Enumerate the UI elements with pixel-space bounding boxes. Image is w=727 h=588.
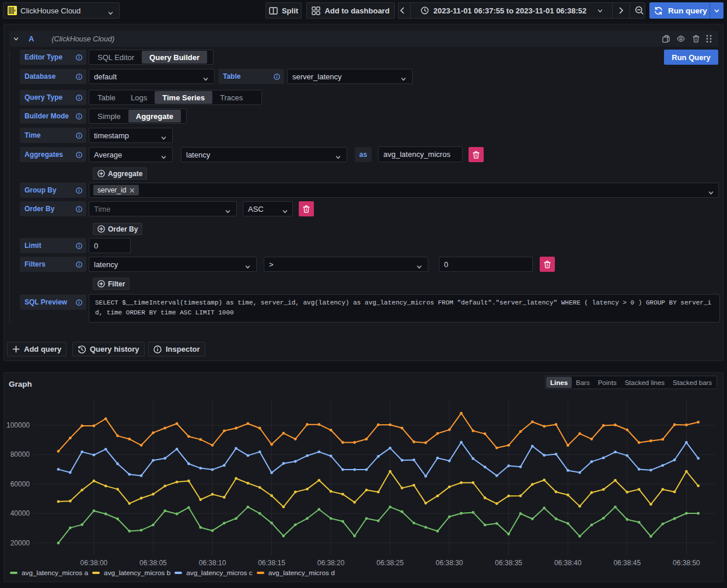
svg-text:100000: 100000 [6,421,30,429]
svg-text:06:38:45: 06:38:45 [613,559,641,567]
svg-text:06:38:25: 06:38:25 [376,559,404,567]
svg-text:06:38:50: 06:38:50 [673,559,700,567]
svg-text:06:38:10: 06:38:10 [199,559,226,567]
svg-text:06:38:00: 06:38:00 [81,559,108,567]
svg-text:06:38:05: 06:38:05 [139,559,167,567]
svg-text:06:38:40: 06:38:40 [554,559,582,567]
svg-text:60000: 60000 [11,480,30,488]
svg-text:06:38:35: 06:38:35 [495,559,522,567]
svg-text:80000: 80000 [11,450,30,459]
svg-text:06:38:30: 06:38:30 [436,559,463,567]
svg-text:06:38:15: 06:38:15 [258,559,285,567]
svg-text:20000: 20000 [11,539,30,547]
svg-text:40000: 40000 [11,509,30,517]
svg-text:06:38:20: 06:38:20 [317,559,345,567]
